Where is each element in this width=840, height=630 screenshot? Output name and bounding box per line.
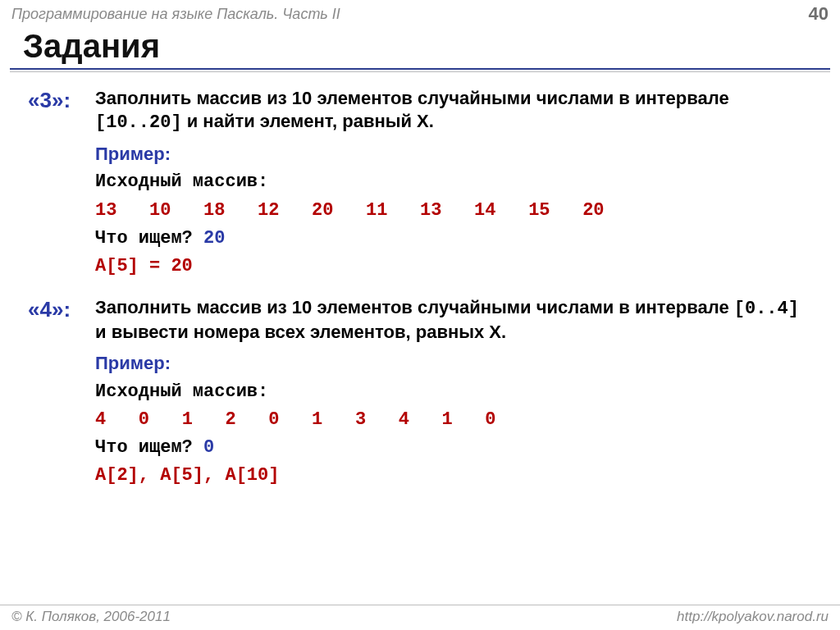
arr-item: 0 [485,409,495,431]
arr-item: 18 [203,199,225,222]
slide: Программирование на языке Паскаль. Часть… [0,0,840,630]
arr-item: 1 [442,409,453,431]
query-value: 0 [203,437,214,458]
arr-item: 13 [420,199,441,222]
arr-item: 13 [95,199,116,222]
query-label: Что ищем? [95,228,203,249]
grade-label: «3»: [28,87,95,135]
arr-item: 4 [95,409,106,431]
interval: [0..4] [734,299,799,319]
arr-item: 3 [355,409,366,431]
desc-pre: Заполнить массив из 10 элементов случайн… [95,88,729,108]
arr-item: 15 [528,199,550,222]
arr-item: 20 [312,199,333,222]
source-array: 13 10 18 12 20 11 13 14 15 20 [95,199,812,222]
source-array-label: Исходный массив: [95,381,812,404]
task-4: «4»: Заполнить массив из 10 элементов сл… [28,296,812,487]
arr-item: 0 [268,409,279,431]
content: «3»: Заполнить массив из 10 элементов сл… [0,72,840,487]
example-label: Пример: [95,352,812,375]
task-3: «3»: Заполнить массив из 10 элементов сл… [28,87,812,278]
arr-item: 14 [474,199,495,222]
arr-item: 1 [312,409,322,431]
desc-post: и вывести номера всех элементов, равных … [95,322,506,342]
page-number: 40 [809,3,829,25]
source-array: 4 0 1 2 0 1 3 4 1 0 [95,409,812,431]
interval: [10..20] [95,112,182,133]
source-array-label: Исходный массив: [95,171,812,194]
page-title: Задания [0,26,840,68]
arr-item: 10 [149,199,171,222]
arr-item: 20 [582,199,604,222]
course-title: Программирование на языке Паскаль. Часть… [11,6,340,23]
task-description: Заполнить массив из 10 элементов случайн… [95,87,812,135]
arr-item: 4 [399,409,409,431]
desc-pre: Заполнить массив из 10 элементов случайн… [95,297,734,317]
grade-label: «4»: [28,296,95,344]
arr-item: 0 [139,409,149,431]
arr-item: 1 [182,409,193,431]
query-value: 20 [203,228,225,249]
divider-primary [10,68,830,70]
task-description: Заполнить массив из 10 элементов случайн… [95,296,812,344]
answer-line: A[5] = 20 [95,255,812,278]
footer-url: http://kpolyakov.narod.ru [677,609,829,625]
query-line: Что ищем? 0 [95,436,812,459]
copyright: © К. Поляков, 2006-2011 [11,609,171,625]
answer-line: A[2], A[5], A[10] [95,464,812,487]
query-line: Что ищем? 20 [95,227,812,250]
arr-item: 2 [225,409,235,431]
arr-item: 12 [258,199,279,222]
footer: © К. Поляков, 2006-2011 http://kpolyakov… [0,605,840,625]
arr-item: 11 [366,199,387,222]
topbar: Программирование на языке Паскаль. Часть… [0,0,840,26]
desc-post: и найти элемент, равный X. [182,111,434,131]
query-label: Что ищем? [95,437,203,458]
example-label: Пример: [95,143,812,166]
